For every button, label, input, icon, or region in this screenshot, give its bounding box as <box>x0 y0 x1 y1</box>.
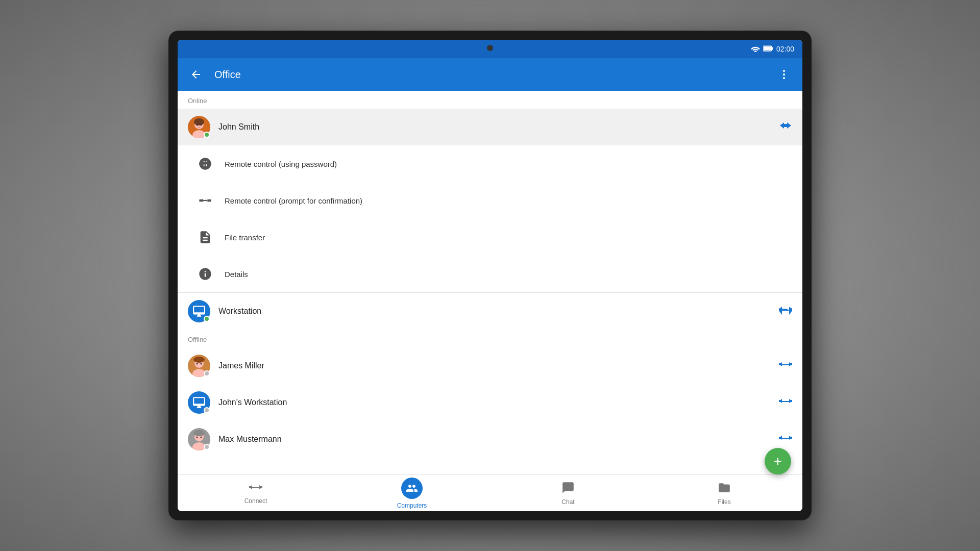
remote-password-item[interactable]: Remote control (using password) <box>178 145 802 182</box>
remote-confirm-text: Remote control (prompt for confirmation) <box>225 196 362 205</box>
svg-rect-12 <box>199 163 202 165</box>
james-miller-avatar-container <box>188 355 210 377</box>
nav-files[interactable]: Files <box>646 477 802 510</box>
status-time: 02:00 <box>776 45 794 53</box>
svg-marker-33 <box>779 362 782 366</box>
max-mustermann-status-dot <box>204 444 210 450</box>
johns-workstation-connect-icon[interactable] <box>779 396 792 409</box>
chat-label: Chat <box>561 498 574 506</box>
svg-point-27 <box>193 357 205 363</box>
johns-workstation-avatar-container <box>188 391 210 414</box>
file-transfer-text: File transfer <box>225 233 265 242</box>
james-miller-connect-icon[interactable] <box>779 359 792 372</box>
svg-rect-37 <box>782 401 789 402</box>
camera <box>487 45 493 51</box>
remote-password-text: Remote control (using password) <box>225 160 337 168</box>
svg-marker-38 <box>779 399 782 403</box>
johns-workstation-status-dot <box>204 407 210 413</box>
max-mustermann-connect-icon[interactable] <box>779 433 792 446</box>
svg-rect-13 <box>208 163 211 165</box>
remote-confirm-icon <box>194 189 216 212</box>
nav-connect[interactable]: Connect <box>178 478 334 509</box>
svg-point-28 <box>197 363 198 365</box>
svg-rect-32 <box>782 364 789 365</box>
james-miller-item[interactable]: James Miller <box>178 347 802 384</box>
nav-computers[interactable]: Computers <box>334 473 490 512</box>
svg-marker-39 <box>789 399 792 403</box>
james-miller-name: James Miller <box>218 361 779 370</box>
max-mustermann-avatar-container <box>188 428 210 450</box>
details-text: Details <box>225 270 248 279</box>
battery-icon <box>763 45 773 53</box>
workstation-connect-icon[interactable] <box>779 305 792 318</box>
offline-section-header: Offline <box>178 330 802 347</box>
add-fab[interactable]: + <box>765 448 791 474</box>
app-title: Office <box>214 69 766 81</box>
max-mustermann-name: Max Mustermann <box>218 435 779 444</box>
wifi-icon <box>751 45 760 54</box>
computers-label: Computers <box>397 502 427 509</box>
svg-rect-2 <box>764 46 771 51</box>
connect-icon <box>249 482 262 495</box>
johns-workstation-name: John's Workstation <box>218 398 779 407</box>
chat-icon <box>561 481 575 496</box>
svg-marker-55 <box>259 485 262 489</box>
james-miller-status-dot <box>204 370 210 377</box>
svg-point-45 <box>201 437 202 438</box>
john-smith-item[interactable]: John Smith <box>178 109 802 145</box>
connect-label: Connect <box>244 497 267 505</box>
john-smith-connect-icon[interactable] <box>779 120 792 134</box>
john-smith-status-dot <box>204 132 210 138</box>
svg-rect-53 <box>252 487 259 488</box>
content-area: Online <box>178 91 802 474</box>
remote-confirm-item[interactable]: Remote control (prompt for confirmation) <box>178 182 802 219</box>
file-transfer-item[interactable]: File transfer <box>178 219 802 256</box>
svg-rect-48 <box>782 438 789 439</box>
more-button[interactable] <box>774 64 794 85</box>
details-icon <box>194 263 216 285</box>
workstation-avatar-container <box>188 300 210 322</box>
file-transfer-icon <box>194 226 216 248</box>
workstation-status-dot <box>204 316 210 322</box>
back-button[interactable] <box>186 64 206 85</box>
svg-point-3 <box>783 70 785 72</box>
status-icons: 02:00 <box>751 45 794 54</box>
add-icon: + <box>774 454 782 468</box>
remote-password-icon <box>194 153 216 175</box>
screen: 02:00 Office Online <box>178 40 802 511</box>
svg-marker-49 <box>779 436 782 440</box>
app-bar: Office <box>178 58 802 91</box>
workstation-item[interactable]: Workstation <box>178 293 802 330</box>
files-label: Files <box>718 498 730 506</box>
computers-icon-bg <box>401 478 423 499</box>
svg-rect-1 <box>772 47 773 50</box>
nav-chat[interactable]: Chat <box>490 477 646 510</box>
john-smith-avatar-container <box>188 116 210 138</box>
svg-point-43 <box>193 430 205 436</box>
svg-point-10 <box>197 124 198 126</box>
svg-marker-54 <box>249 485 252 489</box>
details-item[interactable]: Details <box>178 256 802 292</box>
max-mustermann-item[interactable]: Max Mustermann <box>178 421 802 458</box>
svg-rect-21 <box>782 310 789 311</box>
svg-marker-34 <box>789 362 792 366</box>
files-icon <box>718 481 731 496</box>
svg-rect-14 <box>203 163 207 164</box>
svg-point-4 <box>783 73 785 76</box>
bottom-nav: Connect Computers Chat <box>178 474 802 511</box>
johns-workstation-item[interactable]: John's Workstation <box>178 384 802 421</box>
workstation-name: Workstation <box>218 307 779 316</box>
device-frame: 02:00 Office Online <box>168 31 812 520</box>
svg-point-5 <box>783 77 785 79</box>
svg-marker-50 <box>789 436 792 440</box>
svg-point-9 <box>194 118 204 126</box>
svg-point-44 <box>197 437 198 438</box>
john-smith-name: John Smith <box>218 122 779 132</box>
svg-rect-17 <box>203 200 207 201</box>
svg-point-11 <box>201 124 202 126</box>
svg-point-29 <box>201 363 202 365</box>
online-section-header: Online <box>178 91 802 109</box>
